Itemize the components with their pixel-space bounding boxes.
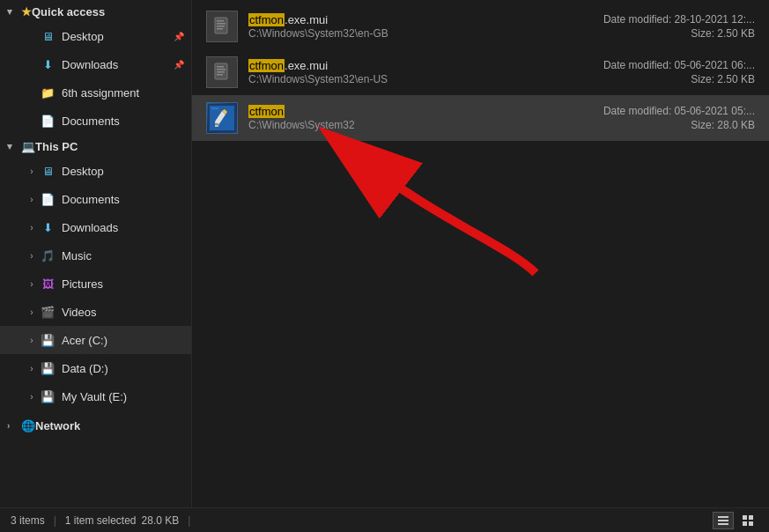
file-meta-1: Date modified: 28-10-2021 12:... Size: 2…: [596, 13, 755, 40]
pc-documents-label: Documents: [62, 193, 184, 206]
sidebar-section-network[interactable]: › 🌐 Network: [0, 414, 191, 436]
list-view-icon: [716, 514, 730, 528]
pin-icon-downloads: 📌: [174, 60, 184, 70]
pc-vault-label: My Vault (E:): [62, 390, 184, 403]
selected-info: 1 item selected: [65, 514, 137, 527]
sidebar-item-qa-documents[interactable]: 📄 Documents: [0, 107, 191, 135]
documents-icon-pc: 📄: [39, 190, 56, 208]
downloads-icon-pc: ⬇: [39, 218, 56, 236]
desktop-icon-pc: 🖥: [39, 162, 56, 180]
svg-rect-18: [718, 516, 728, 518]
pc-downloads-label: Downloads: [62, 221, 184, 234]
svg-rect-7: [217, 69, 226, 70]
pin-icon-desktop: 📌: [174, 32, 184, 41]
documents-icon-qa: 📄: [39, 112, 56, 129]
content-wrapper: ctfmon.exe.mui C:\Windows\System32\en-GB…: [192, 0, 769, 507]
file-icon-mui-1: [206, 11, 238, 42]
drive-e-icon: 💾: [39, 388, 56, 405]
qa-6th-label: 6th assignment: [62, 86, 184, 100]
chevron-pc-music: ›: [25, 251, 39, 261]
chevron-pc-documents: ›: [25, 195, 39, 204]
chevron-pc-desktop: ›: [25, 166, 39, 176]
file-icon-mui-2: [206, 56, 238, 88]
svg-rect-24: [749, 521, 753, 526]
drive-d-icon: 💾: [39, 359, 56, 377]
file-size-3: Size: 28.0 KB: [596, 119, 755, 131]
svg-rect-16: [211, 107, 218, 109]
file-meta-2: Date modified: 05-06-2021 06:... Size: 2…: [596, 59, 755, 85]
svg-rect-23: [743, 521, 747, 526]
chevron-pc-downloads: ›: [25, 223, 39, 233]
music-icon-pc: 🎵: [39, 247, 56, 264]
file-date-1: Date modified: 28-10-2021 12:...: [596, 13, 755, 26]
chevron-pc-acer: ›: [25, 336, 39, 345]
selected-size: 28.0 KB: [142, 514, 180, 527]
network-icon: 🌐: [21, 419, 35, 432]
pc-desktop-label: Desktop: [62, 165, 184, 178]
sidebar-item-pc-downloads[interactable]: › ⬇ Downloads: [0, 213, 191, 241]
file-item-1[interactable]: ctfmon.exe.mui C:\Windows\System32\en-GB…: [192, 4, 769, 49]
sidebar-item-pc-documents[interactable]: › 📄 Documents: [0, 185, 191, 213]
sep-1: |: [54, 514, 56, 527]
sidebar-item-pc-vault[interactable]: › 💾 My Vault (E:): [0, 382, 191, 410]
sidebar-item-pc-data[interactable]: › 💾 Data (D:): [0, 354, 191, 382]
chevron-pc-videos: ›: [25, 307, 39, 317]
quick-access-label: Quick access: [32, 5, 105, 18]
svg-rect-19: [718, 520, 728, 521]
svg-rect-9: [217, 74, 223, 76]
file-name-suffix-1: .exe.mui: [285, 13, 328, 26]
thispc-icon: 💻: [21, 140, 35, 153]
svg-rect-4: [217, 28, 223, 30]
pc-data-label: Data (D:): [62, 362, 184, 375]
chevron-this-pc: ▾: [7, 141, 21, 152]
main-container: ▾ ★ Quick access 🖥 Desktop 📌 ⬇ Downloads…: [0, 0, 769, 507]
file-date-3: Date modified: 05-06-2021 05:...: [596, 105, 755, 117]
sidebar-item-pc-pictures[interactable]: › 🖼 Pictures: [0, 270, 191, 298]
sidebar-item-pc-music[interactable]: › 🎵 Music: [0, 241, 191, 270]
view-toggle: [713, 512, 758, 529]
qa-desktop-label: Desktop: [62, 30, 170, 43]
document-svg-1: [211, 16, 233, 37]
sidebar-item-pc-desktop[interactable]: › 🖥 Desktop: [0, 157, 191, 185]
file-date-2: Date modified: 05-06-2021 06:...: [596, 59, 755, 71]
pc-videos-label: Videos: [62, 306, 184, 319]
file-info-2: ctfmon.exe.mui C:\Windows\System32\en-US: [248, 59, 596, 85]
file-name-1: ctfmon.exe.mui: [248, 13, 596, 26]
chevron-pc-pictures: ›: [25, 279, 39, 289]
qa-documents-label: Documents: [62, 115, 184, 128]
file-item-2[interactable]: ctfmon.exe.mui C:\Windows\System32\en-US…: [192, 49, 769, 95]
file-path-3: C:\Windows\System32: [248, 119, 596, 131]
file-item-3[interactable]: ctfmon C:\Windows\System32 Date modified…: [192, 95, 769, 141]
file-name-2: ctfmon.exe.mui: [248, 59, 596, 72]
file-size-1: Size: 2.50 KB: [596, 27, 755, 40]
document-svg-2: [211, 62, 233, 83]
grid-view-button[interactable]: [737, 512, 758, 529]
file-list: ctfmon.exe.mui C:\Windows\System32\en-GB…: [192, 0, 769, 507]
svg-rect-22: [749, 515, 753, 520]
svg-rect-8: [217, 71, 225, 73]
drive-c-icon: 💾: [39, 331, 56, 349]
svg-rect-20: [718, 523, 728, 525]
sidebar-item-qa-desktop[interactable]: 🖥 Desktop 📌: [0, 22, 191, 50]
file-name-suffix-2: .exe.mui: [285, 59, 328, 72]
svg-rect-15: [215, 123, 218, 125]
list-view-button[interactable]: [713, 512, 734, 529]
sidebar-item-qa-downloads[interactable]: ⬇ Downloads 📌: [0, 50, 191, 78]
chevron-network: ›: [7, 421, 21, 431]
exe-svg-3: [208, 104, 236, 132]
svg-rect-21: [743, 515, 747, 520]
chevron-pc-data: ›: [25, 364, 39, 373]
sidebar-section-this-pc[interactable]: ▾ 💻 This PC: [0, 135, 191, 157]
sidebar-item-pc-acer[interactable]: › 💾 Acer (C:): [0, 326, 191, 354]
sidebar-section-quick-access[interactable]: ▾ ★ Quick access: [0, 0, 191, 22]
pc-music-label: Music: [62, 249, 184, 262]
file-name-3: ctfmon: [248, 105, 596, 118]
statusbar: 3 items | 1 item selected 28.0 KB |: [0, 507, 769, 532]
sidebar-item-pc-videos[interactable]: › 🎬 Videos: [0, 298, 191, 326]
sidebar-item-qa-6th[interactable]: 📁 6th assignment: [0, 78, 191, 107]
file-name-highlight-3: ctfmon: [248, 105, 285, 118]
folder-icon-qa: 📁: [39, 84, 56, 101]
chevron-quick-access: ▾: [7, 6, 21, 18]
file-path-1: C:\Windows\System32\en-GB: [248, 27, 596, 40]
svg-rect-3: [217, 26, 225, 27]
